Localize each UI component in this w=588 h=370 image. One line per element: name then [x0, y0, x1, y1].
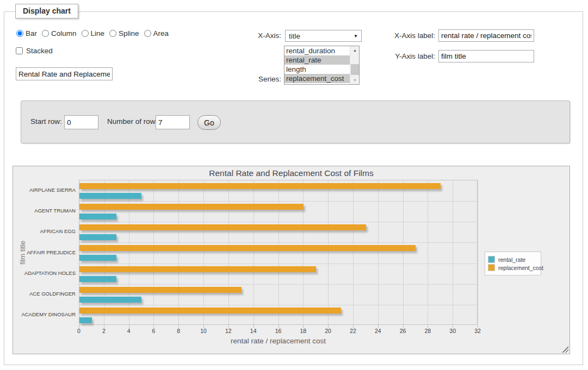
- series-option-length[interactable]: length: [284, 65, 350, 74]
- start-row-label: Start row:: [30, 117, 62, 126]
- gridline-v: [153, 180, 154, 324]
- bar-replacement_cost: [79, 287, 242, 293]
- chart-container: Rental Rate and Replacement Cost of Film…: [13, 166, 570, 354]
- start-row-input[interactable]: [64, 115, 98, 129]
- category-label: AFFAIR PREJUDICE: [15, 249, 76, 255]
- legend-swatch: [488, 264, 495, 271]
- gridline-v: [178, 180, 179, 324]
- x-axis-tick-label: 8: [170, 328, 187, 334]
- gridline-h: [79, 284, 477, 285]
- category-label: AGENT TRUMAN: [15, 208, 76, 214]
- x-axis-tick-label: 14: [245, 328, 262, 334]
- bar-rental_rate: [79, 234, 116, 240]
- bar-replacement_cost: [79, 183, 441, 189]
- chart-type-area[interactable]: Area: [144, 29, 169, 37]
- chart-type-radiogroup: BarColumnLineSplineArea: [16, 29, 174, 37]
- listbox-scrollbar[interactable]: ▲ ▼: [350, 46, 359, 84]
- gridline-v: [203, 180, 204, 324]
- gridline-v: [303, 180, 304, 324]
- chart-type-radio-area[interactable]: [144, 30, 151, 37]
- y-axis-label-input[interactable]: [438, 50, 534, 62]
- stacked-checkbox-row[interactable]: Stacked: [16, 47, 53, 55]
- gridline-h: [79, 242, 477, 243]
- chart-x-axis-title: rental rate / replacement cost: [79, 337, 478, 345]
- bar-replacement_cost: [79, 266, 316, 272]
- chart-type-column[interactable]: Column: [42, 29, 77, 37]
- x-axis-select[interactable]: title ▼: [285, 30, 362, 42]
- category-label: AIRPLANE SIERRA: [15, 187, 76, 193]
- chart-type-line[interactable]: Line: [82, 29, 105, 37]
- number-of-rows-input[interactable]: [156, 115, 190, 129]
- gridline-v: [378, 180, 379, 324]
- x-axis-tick-label: 28: [419, 328, 436, 334]
- chart-type-text: Spline: [119, 29, 139, 37]
- scrollbar-thumb[interactable]: [351, 64, 359, 75]
- panel-legend: Display chart: [15, 4, 78, 18]
- series-option-replacement_cost[interactable]: replacement_cost: [284, 74, 350, 83]
- x-axis-tick-label: 12: [220, 328, 237, 334]
- legend-label: replacement_cost: [498, 265, 543, 271]
- series-listbox-label: Series:: [239, 75, 281, 83]
- x-axis-label-caption: X-Axis label:: [377, 32, 435, 40]
- series-option-rental_rate[interactable]: rental_rate: [284, 55, 350, 65]
- category-label: ACE GOLDFINGER: [15, 291, 76, 297]
- bar-replacement_cost: [79, 308, 341, 313]
- x-axis-tick-label: 18: [295, 328, 311, 334]
- legend-entry: rental_rate: [488, 256, 538, 263]
- x-axis-tick-label: 24: [370, 328, 386, 334]
- gridline-v: [478, 180, 478, 324]
- series-listbox[interactable]: rental_durationrental_ratelengthreplacem…: [284, 46, 360, 85]
- chart-legend: rental_ratereplacement_cost: [485, 252, 541, 275]
- gridline-h: [79, 222, 477, 222]
- legend-entry: replacement_cost: [488, 264, 538, 271]
- x-axis-tick-label: 6: [145, 328, 162, 334]
- chart-type-radio-spline[interactable]: [109, 30, 116, 37]
- number-of-rows-label: Number of rows:: [107, 117, 161, 126]
- chart-type-spline[interactable]: Spline: [109, 29, 139, 37]
- scroll-down-icon[interactable]: ▼: [350, 76, 360, 84]
- gridline-h: [79, 264, 477, 264]
- gridline-h: [79, 201, 477, 202]
- bar-replacement_cost: [79, 245, 416, 251]
- x-axis-tick-label: 32: [469, 328, 486, 334]
- gridline-v: [129, 180, 129, 324]
- chart-type-radio-bar[interactable]: [16, 30, 23, 37]
- bar-replacement_cost: [79, 204, 304, 210]
- bar-rental_rate: [79, 255, 116, 261]
- x-axis-tick-label: 20: [320, 328, 336, 334]
- gridline-v: [104, 180, 104, 324]
- gridline-v: [453, 180, 453, 324]
- category-label: ADAPTATION HOLES: [15, 270, 76, 276]
- chart-type-radio-line[interactable]: [82, 30, 89, 37]
- legend-swatch: [488, 256, 495, 263]
- chart-type-text: Area: [153, 29, 169, 37]
- x-axis-label-input[interactable]: [438, 29, 534, 42]
- gridline-v: [403, 180, 404, 324]
- chart-type-text: Line: [91, 29, 105, 37]
- scroll-up-icon[interactable]: ▲: [350, 46, 360, 54]
- resize-handle-icon[interactable]: [562, 346, 568, 353]
- gridline-v: [353, 180, 354, 324]
- gridline-v: [278, 180, 279, 324]
- x-axis-tick-label: 2: [96, 328, 112, 334]
- chart-type-radio-column[interactable]: [42, 30, 49, 37]
- category-label: ACADEMY DINOSAUR: [15, 311, 76, 317]
- chart-title: Rental Rate and Replacement Cost of Film…: [13, 168, 570, 178]
- gridline-h: [79, 305, 477, 305]
- chart-title-input[interactable]: [16, 67, 113, 80]
- chart-type-text: Column: [51, 29, 77, 37]
- x-axis-tick-label: 0: [71, 328, 87, 334]
- bar-rental_rate: [79, 297, 141, 303]
- go-button[interactable]: Go: [197, 115, 221, 130]
- chart-type-text: Bar: [26, 29, 37, 37]
- chart-type-bar[interactable]: Bar: [16, 29, 37, 37]
- stacked-checkbox[interactable]: [16, 47, 23, 54]
- x-axis-select-label: X-Axis:: [239, 32, 281, 40]
- category-label: AFRICAN EGG: [15, 228, 76, 234]
- stacked-label: Stacked: [26, 47, 53, 55]
- x-axis-tick-label: 4: [121, 328, 137, 334]
- series-option-rental_duration[interactable]: rental_duration: [284, 46, 350, 55]
- gridline-v: [253, 180, 254, 324]
- series-options: rental_durationrental_ratelengthreplacem…: [284, 46, 350, 83]
- legend-label: rental_rate: [498, 256, 525, 263]
